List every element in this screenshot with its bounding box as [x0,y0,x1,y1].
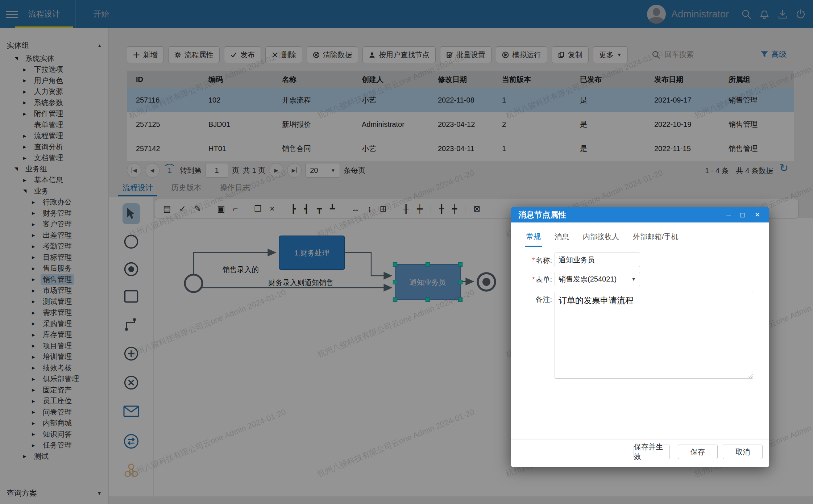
tree-expand-icon[interactable] [14,56,23,61]
message-node-tool[interactable] [109,405,153,417]
tree-expand-icon[interactable] [23,155,32,161]
edge-task-to-message[interactable] [345,253,391,276]
node-style-icon[interactable]: ▣ [217,205,225,213]
more-button[interactable]: 更多 ▼ [593,46,628,63]
tree-expand-icon[interactable] [23,67,32,72]
cancel-node-tool[interactable] [109,375,153,390]
bell-icon[interactable] [759,9,770,20]
topbar-tab-start[interactable]: 开始 [75,0,127,28]
tree-expand-icon[interactable] [14,166,23,171]
tree-item[interactable]: 附件管理 [0,108,108,120]
tree-expand-icon[interactable] [32,332,41,337]
end-node-tool[interactable] [109,262,153,277]
tree-item[interactable]: 客户管理 [0,219,108,230]
v-distribute-icon[interactable]: ╪ [417,205,431,213]
gateway-node-tool[interactable] [109,433,153,449]
tree-item[interactable]: 内部商城 [0,418,108,429]
pointer-tool[interactable] [109,203,153,224]
tree-item[interactable]: 库存管理 [0,329,108,341]
dialog-tab-external-email-phone[interactable]: 外部邮箱/手机 [631,227,680,247]
delete-node-icon[interactable]: × [270,205,283,213]
tree-item[interactable]: 固定资产 [0,384,108,396]
dialog-tab-internal-recipients[interactable]: 内部接收人 [581,227,621,247]
sidebar-group-header[interactable]: 实体组 ▲ [0,39,108,51]
column-header[interactable]: 发布日期 [654,75,729,84]
same-width-icon[interactable]: ↔ [351,205,360,213]
download-icon[interactable] [777,9,788,20]
tree-expand-icon[interactable] [23,178,32,183]
tree-expand-icon[interactable] [23,133,32,138]
collapse-up-icon[interactable]: ▲ [97,43,102,48]
sidebar-footer-query-plan[interactable]: 查询方案 ▼ [0,482,108,504]
last-page-button[interactable] [287,163,302,178]
tree-item[interactable]: 流程管理 [0,130,108,142]
tree-expand-icon[interactable] [32,399,41,404]
close-icon[interactable] [755,207,760,222]
tree-expand-icon[interactable] [32,211,41,216]
table-row[interactable]: 257125 BJD01 新增报价 Administrator 2023-04-… [127,112,794,137]
tree-item[interactable]: 表单管理 [0,119,108,130]
tree-expand-icon[interactable] [32,299,41,304]
advanced-filter-button[interactable]: 高级 [760,49,787,59]
tree-item[interactable]: 俱乐部管理 [0,374,108,385]
search-icon[interactable] [741,9,752,20]
tree-item[interactable]: 下拉选项 [0,64,108,75]
topbar-tab-process-design[interactable]: 流程设计 [13,0,75,28]
tree-item[interactable]: 财务管理 [0,208,108,219]
tree-expand-icon[interactable] [32,343,41,348]
tree-item[interactable]: 考勤管理 [0,241,108,252]
tree-item[interactable]: 系统实体 [0,53,108,64]
tree-expand-icon[interactable] [32,354,41,359]
tree-item[interactable]: 测试 [0,451,108,462]
same-height-icon[interactable]: ↕ [368,205,372,213]
tree-expand-icon[interactable] [32,244,41,249]
tab-history-versions[interactable]: 历史版本 [167,179,206,196]
save-button[interactable]: 保存 [678,445,718,459]
name-field[interactable] [555,253,640,267]
tree-item[interactable]: 任务管理 [0,440,108,451]
tree-expand-icon[interactable] [23,100,32,105]
connector-style-icon[interactable]: ⌐ [233,205,246,213]
batch-set-button[interactable]: 批量设置 [440,46,491,63]
delete-button[interactable]: 删除 [265,46,302,63]
simulate-run-button[interactable]: 模拟运行 [496,46,547,63]
tree-expand-icon[interactable] [23,111,32,116]
tree-item[interactable]: 需求管理 [0,307,108,318]
tree-expand-icon[interactable] [32,200,41,205]
validate-icon[interactable]: ✓ [179,205,186,213]
column-header[interactable]: 编码 [208,75,282,84]
tree-expand-icon[interactable] [32,321,41,326]
tree-expand-icon[interactable] [32,376,41,382]
tree-item[interactable]: 人力资源 [0,86,108,97]
tree-expand-icon[interactable] [32,266,41,271]
same-size-icon[interactable]: ⊞ [379,205,395,213]
tree-item[interactable]: 销售管理 [0,274,108,285]
form-select[interactable]: 销售发票(254021) ▼ [555,272,640,286]
column-header[interactable]: 修改日期 [438,75,502,84]
tree-expand-icon[interactable] [32,432,41,437]
search-input[interactable] [664,50,737,59]
tree-expand-icon[interactable] [32,255,41,260]
tree-expand-icon[interactable] [32,421,41,426]
process-properties-button[interactable]: 流程属性 [168,46,220,63]
tree-item[interactable]: 员工座位 [0,396,108,407]
column-header[interactable]: 名称 [282,75,362,84]
start-node[interactable] [185,275,202,292]
tree-item[interactable]: 目标管理 [0,252,108,263]
power-icon[interactable] [795,9,806,20]
tree-expand-icon[interactable] [23,144,32,149]
tree-item[interactable]: 业务组 [0,163,108,175]
dialog-tab-message[interactable]: 消息 [553,227,571,247]
tab-operation-log[interactable]: 操作日志 [215,179,254,196]
tree-expand-icon[interactable] [23,78,32,83]
refresh-icon[interactable]: ↻ [779,162,788,174]
tree-item[interactable]: 系统参数 [0,97,108,108]
tree-expand-icon[interactable] [32,443,41,448]
table-row[interactable]: 257142 HT01 销售合同 小艺 2023-04-11 1 是 2022-… [127,137,794,161]
tree-item[interactable]: 市场管理 [0,285,108,296]
column-header[interactable]: 当前版本 [502,75,580,84]
table-row[interactable]: 257116 102 开票流程 小艺 2022-11-08 1 是 2021-0… [127,88,794,112]
tree-item[interactable]: 查询分析 [0,141,108,153]
note-field[interactable]: 订单的发票申请流程 [555,292,753,379]
tree-expand-icon[interactable] [23,89,32,94]
